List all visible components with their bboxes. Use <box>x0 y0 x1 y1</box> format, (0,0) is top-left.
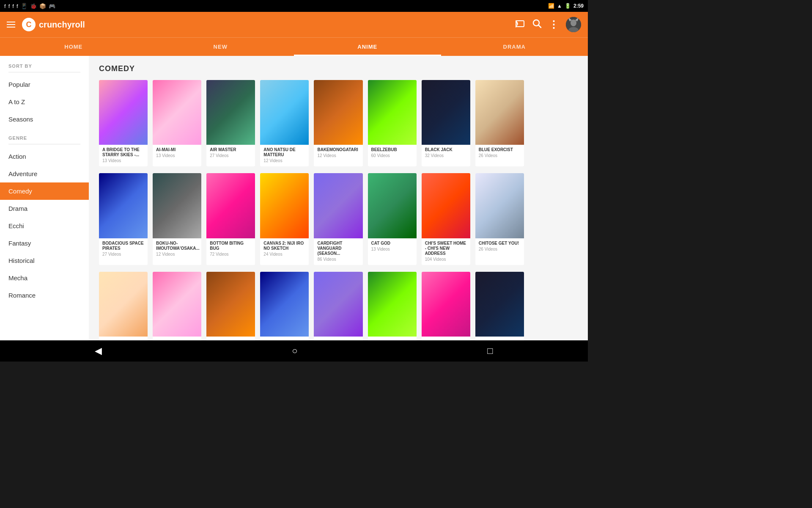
card-9[interactable]: BODACIOUS SPACE PIRATES 27 Videos <box>99 173 148 265</box>
card-11[interactable]: BOTTOM BITING BUG 72 Videos <box>206 173 255 265</box>
search-icon[interactable] <box>532 19 542 30</box>
genre-divider <box>8 144 80 144</box>
card-title-9: BODACIOUS SPACE PIRATES <box>102 241 144 251</box>
card-1[interactable]: A BRIDGE TO THE STARRY SKIES -... 13 Vid… <box>99 80 148 166</box>
sidebar-item-popular[interactable]: Popular <box>0 76 89 93</box>
card-5[interactable]: BAKEMONOGATARI 12 Videos <box>314 80 362 166</box>
card-title-4: ANO NATSU DE MATTERU <box>263 147 305 157</box>
card-videos-3: 27 Videos <box>210 153 252 158</box>
sidebar-item-fantasy[interactable]: Fantasy <box>0 235 89 252</box>
section-title: COMEDY <box>99 64 578 73</box>
card-thumb-9 <box>99 173 148 238</box>
tab-anime[interactable]: ANIME <box>294 38 441 56</box>
back-button[interactable]: ◀ <box>95 345 102 356</box>
tab-drama[interactable]: DRAMA <box>441 38 588 56</box>
card-thumb-18 <box>153 272 201 337</box>
card-grid-row2: BODACIOUS SPACE PIRATES 27 Videos BOKU-N… <box>99 173 578 265</box>
main-layout: SORT BY Popular A to Z Seasons GENRE Act… <box>0 56 588 340</box>
card-thumb-8 <box>475 80 524 145</box>
card-thumb-22 <box>368 272 417 337</box>
card-title-1: A BRIDGE TO THE STARRY SKIES -... <box>102 147 144 157</box>
sidebar-item-comedy[interactable]: Comedy <box>0 182 89 200</box>
sidebar-item-seasons[interactable]: Seasons <box>0 110 89 128</box>
card-7[interactable]: BLACK JACK 32 Videos <box>422 80 470 166</box>
card-videos-5: 12 Videos <box>317 153 359 158</box>
card-16[interactable]: CHITOSE GET YOU! 26 Videos <box>475 173 524 265</box>
sidebar-item-ecchi[interactable]: Ecchi <box>0 217 89 235</box>
card-grid-row1: A BRIDGE TO THE STARRY SKIES -... 13 Vid… <box>99 80 578 166</box>
sidebar: SORT BY Popular A to Z Seasons GENRE Act… <box>0 56 89 340</box>
sidebar-item-drama[interactable]: Drama <box>0 200 89 217</box>
card-4[interactable]: ANO NATSU DE MATTERU 12 Videos <box>260 80 309 166</box>
card-thumb-7 <box>422 80 470 145</box>
hamburger-button[interactable] <box>7 22 15 28</box>
card-8[interactable]: BLUE EXORCIST 26 Videos <box>475 80 524 166</box>
svg-line-3 <box>538 25 541 28</box>
logo-text: crunchyroll <box>39 20 85 30</box>
card-thumb-21 <box>314 272 362 337</box>
card-17[interactable] <box>99 272 148 340</box>
card-14[interactable]: CAT GOD 13 Videos <box>368 173 417 265</box>
card-thumb-13 <box>314 173 362 238</box>
card-videos-8: 26 Videos <box>479 153 521 158</box>
card-thumb-4 <box>260 80 309 145</box>
card-grid-row3 <box>99 272 578 340</box>
card-videos-9: 27 Videos <box>102 252 144 257</box>
sidebar-item-romance[interactable]: Romance <box>0 287 89 304</box>
card-thumb-19 <box>206 272 255 337</box>
fb-icon-4: f <box>16 3 18 9</box>
card-10[interactable]: BOKU-NO-IMOUTOWA'OSAKA... 12 Videos <box>153 173 201 265</box>
card-2[interactable]: AI-MAI-MI 13 Videos <box>153 80 201 166</box>
card-21[interactable] <box>314 272 362 340</box>
home-button[interactable]: ○ <box>292 345 297 356</box>
card-22[interactable] <box>368 272 417 340</box>
card-videos-16: 26 Videos <box>479 247 521 251</box>
card-thumb-3 <box>206 80 255 145</box>
tab-new[interactable]: NEW <box>147 38 294 56</box>
card-19[interactable] <box>206 272 255 340</box>
status-bar: f f f f 📱 🐞 📦 🎮 📶 ▲ 🔋 2:59 <box>0 0 588 12</box>
sim-icon: 📶 <box>548 3 554 9</box>
card-videos-2: 13 Videos <box>156 153 198 158</box>
card-title-10: BOKU-NO-IMOUTOWA'OSAKA... <box>156 241 198 251</box>
tab-home[interactable]: HOME <box>0 38 147 56</box>
sidebar-item-historical[interactable]: Historical <box>0 252 89 269</box>
card-videos-4: 12 Videos <box>263 158 305 163</box>
card-title-5: BAKEMONOGATARI <box>317 147 359 152</box>
card-videos-6: 60 Videos <box>371 153 413 158</box>
card-videos-11: 72 Videos <box>210 252 252 257</box>
card-thumb-24 <box>475 272 524 337</box>
cast-icon[interactable] <box>516 20 526 30</box>
sidebar-item-mecha[interactable]: Mecha <box>0 269 89 287</box>
genre-label: GENRE <box>0 128 89 144</box>
card-videos-13: 86 Videos <box>317 257 359 262</box>
card-title-11: BOTTOM BITING BUG <box>210 241 252 251</box>
sidebar-item-adventure[interactable]: Adventure <box>0 165 89 182</box>
card-12[interactable]: CANVAS 2: NIJI IRO NO SKETCH 24 Videos <box>260 173 309 265</box>
card-3[interactable]: AIR MASTER 27 Videos <box>206 80 255 166</box>
card-thumb-15 <box>422 173 470 238</box>
card-18[interactable] <box>153 272 201 340</box>
card-20[interactable] <box>260 272 309 340</box>
card-thumb-14 <box>368 173 417 238</box>
wifi-icon: ▲ <box>557 3 562 9</box>
nav-tabs: HOME NEW ANIME DRAMA <box>0 37 588 56</box>
card-title-8: BLUE EXORCIST <box>479 147 521 152</box>
card-24[interactable] <box>475 272 524 340</box>
avatar[interactable] <box>566 17 581 32</box>
app-icon-2: 🎮 <box>49 3 55 9</box>
card-title-2: AI-MAI-MI <box>156 147 198 152</box>
recent-apps-button[interactable]: □ <box>487 345 493 356</box>
more-options-icon[interactable]: ⋮ <box>549 19 559 30</box>
logo[interactable]: C crunchyroll <box>22 18 85 31</box>
header: C crunchyroll ⋮ <box>0 12 588 37</box>
card-15[interactable]: CHI'S SWEET HOME - CHI'S NEW ADDRESS 104… <box>422 173 470 265</box>
card-thumb-16 <box>475 173 524 238</box>
card-23[interactable] <box>422 272 470 340</box>
card-6[interactable]: BEELZEBUB 60 Videos <box>368 80 417 166</box>
card-videos-14: 13 Videos <box>371 247 413 251</box>
sidebar-item-action[interactable]: Action <box>0 148 89 165</box>
sidebar-item-a-to-z[interactable]: A to Z <box>0 93 89 110</box>
card-thumb-6 <box>368 80 417 145</box>
card-13[interactable]: CARDFIGHT VANGUARD (SEASON... 86 Videos <box>314 173 362 265</box>
